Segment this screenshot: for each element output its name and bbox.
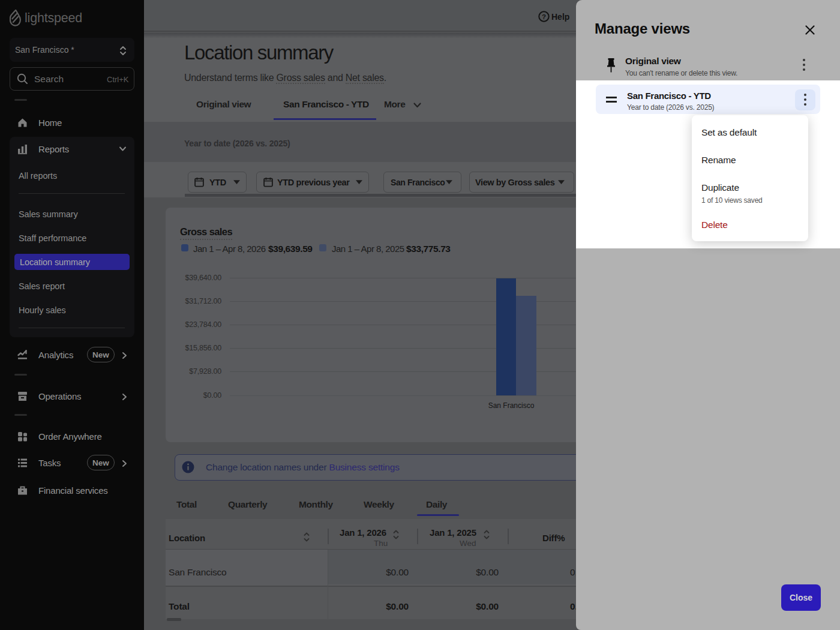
svg-text:?: ? (542, 13, 546, 20)
